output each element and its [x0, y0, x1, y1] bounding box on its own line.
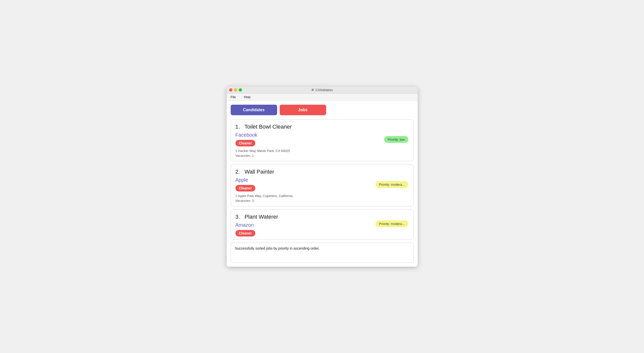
traffic-lights: [229, 88, 242, 92]
job-number-1: 1.: [235, 124, 240, 130]
status-bar: Successfully sorted jobs by priority in …: [231, 243, 414, 263]
maximize-button[interactable]: [239, 88, 242, 92]
priority-badge-2: Priority: modera...: [375, 181, 408, 188]
title-icon: 🖥: [311, 88, 314, 92]
job-list: 1. Toilet Bowl Cleaner Facebook Cleaner …: [231, 119, 414, 240]
job-tag-1: Cleaner: [235, 140, 255, 146]
job-number-3: 3.: [235, 214, 240, 220]
job-company-1: Facebook: [235, 132, 409, 138]
job-tag-3: Cleaner: [235, 230, 255, 237]
priority-badge-3: Priority: modera...: [375, 220, 408, 227]
job-tag-2: Cleaner: [235, 185, 255, 191]
title-text: CANdidates: [315, 88, 333, 92]
job-title-1: 1. Toilet Bowl Cleaner: [235, 124, 409, 130]
menu-file[interactable]: File: [229, 95, 237, 99]
job-card-3[interactable]: 3. Plant Waterer Amazon Cleaner Priority…: [231, 209, 414, 240]
job-number-2: 2.: [235, 169, 240, 175]
priority-badge-1: Priority: low: [384, 136, 408, 143]
job-card-1[interactable]: 1. Toilet Bowl Cleaner Facebook Cleaner …: [231, 119, 414, 161]
menu-bar: File Help: [227, 94, 418, 101]
window-title: 🖥 CANdidates: [311, 88, 333, 92]
close-button[interactable]: [229, 88, 232, 92]
job-title-text-2: Wall Painter: [244, 169, 274, 175]
job-title-2: 2. Wall Painter: [235, 169, 409, 175]
title-bar: 🖥 CANdidates: [227, 87, 418, 94]
job-title-3: 3. Plant Waterer: [235, 214, 409, 220]
job-address-1: 1 Hacker Way, Menlo Park, CA 94025: [235, 149, 409, 153]
job-vacancies-2: Vacancies: 3: [235, 199, 409, 203]
app-window: 🖥 CANdidates File Help Candidates Jobs 1…: [227, 87, 418, 267]
job-title-text-3: Plant Waterer: [244, 214, 278, 220]
job-vacancies-1: Vacancies: 1: [235, 154, 409, 158]
job-title-text-1: Toilet Bowl Cleaner: [244, 124, 292, 130]
minimize-button[interactable]: [234, 88, 237, 92]
job-address-2: 1 Apple Park Way, Cupertino, California: [235, 194, 409, 198]
main-content: Candidates Jobs 1. Toilet Bowl Cleaner F…: [227, 101, 418, 267]
tab-row: Candidates Jobs: [231, 105, 414, 115]
status-message: Successfully sorted jobs by priority in …: [235, 246, 320, 250]
job-card-2[interactable]: 2. Wall Painter Apple Cleaner 1 Apple Pa…: [231, 164, 414, 206]
tab-jobs[interactable]: Jobs: [280, 105, 326, 115]
menu-help[interactable]: Help: [242, 95, 252, 99]
tab-candidates[interactable]: Candidates: [231, 105, 277, 115]
